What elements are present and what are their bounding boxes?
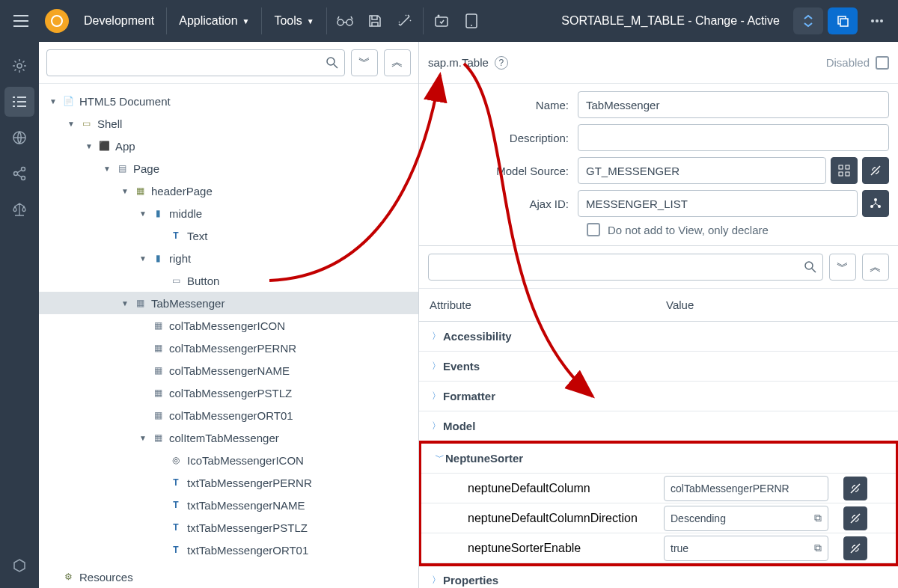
svg-point-14	[22, 168, 25, 171]
reset-button[interactable]	[843, 477, 867, 500]
tree-node-resources[interactable]: ⚙Resources	[39, 566, 418, 588]
tree-node-col-name[interactable]: ▦colTabMessengerNAME	[39, 359, 418, 382]
tree-node-shell[interactable]: ▼▭Shell	[39, 112, 418, 135]
attr-group-properties[interactable]: 〉Properties	[419, 566, 898, 588]
attr-expand-all-button[interactable]: ︾	[829, 254, 856, 281]
ajax-config-button[interactable]	[862, 190, 889, 217]
svg-point-13	[14, 172, 18, 176]
model-browse-button[interactable]	[831, 157, 858, 184]
links-tab[interactable]	[4, 159, 34, 189]
expand-all-button[interactable]: ︾	[351, 49, 378, 76]
donotadd-label: Do not add to View, only declare	[608, 224, 769, 236]
tree-node-col-ort01[interactable]: ▦colTabMessengerORT01	[39, 404, 418, 426]
tree-node-right[interactable]: ▼▮right	[39, 247, 418, 269]
tree-node-ico[interactable]: ◎IcoTabMessengerICON	[39, 449, 418, 471]
attr-table-header: Attribute Value	[419, 289, 898, 322]
tree-node-txt-pernr[interactable]: TtxtTabMessengerPERNR	[39, 471, 418, 494]
defaultdirection-input[interactable]: ⧉	[664, 506, 828, 531]
column-icon: ▦	[151, 341, 165, 355]
tree-panel: ︾ ︽ ▼📄HTML5 Document ▼▭Shell ▼⬛App ▼▤Pag…	[39, 42, 419, 588]
tree-label: txtTabMessengerORT01	[187, 544, 308, 557]
attr-group-neptunesorter[interactable]: 〉NeptuneSorter	[421, 444, 896, 474]
object-tree: ▼📄HTML5 Document ▼▭Shell ▼⬛App ▼▤Page ▼▦…	[39, 84, 418, 588]
attr-group-formatter[interactable]: 〉Formatter	[419, 382, 898, 411]
expand-icon: ▼	[84, 142, 94, 150]
tree-node-page[interactable]: ▼▤Page	[39, 157, 418, 180]
tree-node-col-pstlz[interactable]: ▦colTabMessengerPSTLZ	[39, 382, 418, 404]
preview-button[interactable]	[330, 7, 360, 34]
menu-tools[interactable]: Tools▼	[265, 8, 323, 34]
tree-node-txt-pstlz[interactable]: TtxtTabMessengerPSTLZ	[39, 516, 418, 539]
column-icon: ▦	[151, 319, 165, 332]
attr-search-input[interactable]	[435, 261, 804, 273]
name-input[interactable]	[578, 91, 889, 118]
donotadd-checkbox[interactable]	[587, 223, 600, 236]
tree-node-tabmessenger[interactable]: ▼▦TabMessenger	[39, 292, 418, 314]
group-label: Formatter	[443, 390, 495, 402]
tree-node-button[interactable]: ▭Button	[39, 269, 418, 292]
sorterenable-input[interactable]: ⧉	[664, 536, 828, 561]
defaultcolumn-value[interactable]	[671, 483, 822, 494]
package-tab[interactable]	[4, 551, 34, 581]
tree-node-colitem[interactable]: ▼▦colItemTabMessenger	[39, 426, 418, 449]
settings-tab[interactable]	[4, 51, 34, 81]
tree-label: Button	[187, 275, 219, 287]
attr-collapse-all-button[interactable]: ︽	[862, 254, 889, 281]
collapse-all-button[interactable]: ︽	[384, 49, 411, 76]
description-input[interactable]	[578, 124, 889, 151]
svg-point-21	[874, 198, 877, 201]
svg-rect-17	[839, 165, 843, 169]
tree-label: TabMessenger	[151, 297, 224, 310]
bar-icon: ▮	[151, 206, 165, 220]
more-button[interactable]	[862, 7, 892, 34]
valuehelp-icon[interactable]: ⧉	[814, 512, 822, 524]
defaultcolumn-input[interactable]	[664, 476, 828, 501]
device-button[interactable]	[456, 7, 486, 34]
deploy-button[interactable]	[427, 7, 456, 34]
attr-group-accessibility[interactable]: 〉Accessibility	[419, 322, 898, 352]
tree-search[interactable]	[46, 49, 345, 76]
sorterenable-value[interactable]	[671, 542, 814, 554]
rowitem-icon: ▦	[151, 431, 165, 444]
ajax-input[interactable]	[578, 190, 858, 217]
tree-node-col-pernr[interactable]: ▦colTabMessengerPERNR	[39, 337, 418, 359]
attr-group-model[interactable]: 〉Model	[419, 411, 898, 441]
disabled-checkbox[interactable]	[876, 56, 889, 70]
model-clear-button[interactable]	[862, 157, 889, 184]
save-button[interactable]	[360, 7, 390, 34]
tree-label: Resources	[79, 571, 133, 584]
help-button[interactable]: ?	[495, 56, 508, 70]
expand-icon: ▼	[138, 254, 148, 263]
tree-search-input[interactable]	[53, 57, 326, 69]
tree-node-middle[interactable]: ▼▮middle	[39, 202, 418, 224]
model-input[interactable]	[578, 157, 826, 184]
attr-search[interactable]	[428, 254, 823, 281]
valuehelp-icon[interactable]: ⧉	[814, 542, 822, 554]
tree-tab[interactable]	[4, 87, 34, 117]
perspective-label[interactable]: Development	[75, 8, 163, 34]
tree-node-app[interactable]: ▼⬛App	[39, 135, 418, 157]
collapse-panels-button[interactable]	[793, 7, 823, 34]
tree-node-header[interactable]: ▼▦headerPage	[39, 180, 418, 202]
tree-node-txt-ort01[interactable]: TtxtTabMessengerORT01	[39, 539, 418, 561]
tree-node-col-icon[interactable]: ▦colTabMessengerICON	[39, 314, 418, 337]
form-row-ajax: Ajax ID:	[428, 190, 889, 217]
reset-button[interactable]	[843, 506, 867, 530]
tree-node-txt-name[interactable]: TtxtTabMessengerNAME	[39, 494, 418, 516]
attr-group-events[interactable]: 〉Events	[419, 352, 898, 382]
copy-icon	[836, 14, 849, 28]
tree-node-text[interactable]: TText	[39, 224, 418, 247]
globe-tab[interactable]	[4, 123, 34, 153]
reset-button[interactable]	[843, 536, 867, 560]
menu-toggle[interactable]	[6, 7, 36, 34]
copy-button[interactable]	[828, 7, 858, 34]
shell-icon: ▭	[79, 117, 93, 130]
tree-node-document[interactable]: ▼📄HTML5 Document	[39, 90, 418, 112]
scales-tab[interactable]	[4, 195, 34, 224]
double-chevron-up-icon: ︽	[870, 260, 882, 275]
defaultdirection-value[interactable]	[671, 512, 814, 524]
menu-application[interactable]: Application▼	[170, 8, 258, 34]
gear-icon	[12, 58, 27, 73]
topbar: Development Application▼ Tools▼ SORTABLE…	[0, 0, 898, 42]
wand-button[interactable]	[390, 7, 420, 34]
